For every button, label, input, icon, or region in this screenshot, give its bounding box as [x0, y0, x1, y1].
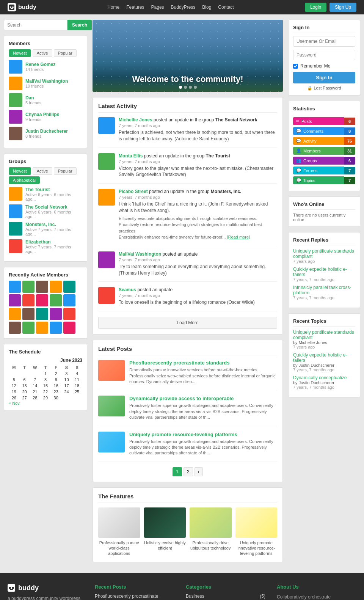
filter-newest[interactable]: Newest — [9, 49, 31, 57]
reply-title[interactable]: Uniquely pontificate standards compliant — [293, 248, 355, 259]
member-name[interactable]: Dan — [25, 95, 41, 101]
mini-avatar[interactable] — [9, 308, 21, 320]
group-filter-newest[interactable]: Newest — [9, 167, 31, 175]
calendar-prev[interactable]: « Nov — [9, 401, 82, 405]
group-info: The Social Network Active 6 years, 6 mon… — [25, 204, 82, 219]
group-filter-active[interactable]: Active — [33, 167, 52, 175]
activity-username[interactable]: Picabo Street — [119, 189, 148, 194]
hero-dot[interactable] — [189, 86, 192, 89]
search-button[interactable]: Search — [67, 20, 92, 30]
group-name[interactable]: The Tourist — [25, 187, 82, 192]
nav-features[interactable]: Features — [126, 5, 144, 10]
hero-dot[interactable] — [194, 86, 197, 89]
mini-avatar[interactable] — [22, 294, 35, 306]
footer-tagline: a buddypress community wordpress theme — [8, 595, 83, 600]
stat-row-members: 👤 Members 31 — [293, 147, 355, 155]
member-name[interactable]: MaliVai Washington — [25, 79, 68, 84]
mini-avatar[interactable] — [22, 281, 35, 293]
mini-avatar[interactable] — [9, 294, 21, 306]
hero-dot[interactable] — [184, 86, 187, 89]
nav-buddypress[interactable]: BuddyPress — [171, 5, 196, 10]
member-name[interactable]: Renee Gomez — [25, 62, 55, 67]
read-more-link[interactable]: [Read more] — [227, 235, 250, 239]
group-name[interactable]: The Social Network — [25, 204, 82, 210]
mini-avatar[interactable] — [50, 294, 62, 306]
mini-avatar[interactable] — [22, 308, 35, 320]
group-filter-alpha[interactable]: Alphabetical — [9, 176, 40, 184]
username-input[interactable] — [293, 36, 355, 47]
reply-title[interactable]: Quickly expedite holistic e-tailers — [293, 267, 355, 277]
page-2-button[interactable]: 2 — [184, 467, 193, 476]
member-name[interactable]: Chynaa Phillips — [25, 112, 59, 117]
login-button[interactable]: Login — [305, 3, 326, 12]
group-item: The Tourist Active 6 years, 6 months ago… — [9, 187, 82, 201]
group-name[interactable]: Elizabethan — [25, 239, 82, 245]
mini-avatar[interactable] — [63, 308, 75, 320]
topic-title[interactable]: Uniquely pontificate standards compliant — [293, 330, 355, 340]
topic-title[interactable]: Quickly expedite holistic e-tailers — [293, 352, 355, 363]
filter-popular[interactable]: Popular — [54, 49, 77, 57]
password-input[interactable] — [293, 50, 355, 60]
post-info: Phosfluorescently procrastinate standard… — [129, 360, 277, 385]
page-next-button[interactable]: › — [195, 467, 203, 476]
mini-avatar[interactable] — [50, 322, 62, 334]
mini-avatar[interactable] — [9, 281, 21, 293]
filter-active[interactable]: Active — [33, 49, 52, 57]
activity-time: 7 years, 7 months ago — [119, 123, 277, 128]
remember-checkbox[interactable] — [293, 64, 298, 69]
group-filter-popular[interactable]: Popular — [54, 167, 77, 175]
mini-avatar[interactable] — [36, 281, 48, 293]
feature-thumbnail — [144, 507, 186, 538]
mini-avatar[interactable] — [50, 308, 62, 320]
nav-blog[interactable]: Blog — [202, 5, 211, 10]
search-input[interactable] — [4, 20, 67, 30]
stat-count: 6 — [344, 118, 355, 125]
mini-avatar[interactable] — [9, 322, 21, 334]
topic-title[interactable]: Dynamically conceptualize — [293, 375, 355, 380]
activity-text: Try to learn something about everything … — [119, 264, 277, 276]
nav-contact[interactable]: Contact — [218, 5, 234, 10]
features-title: The Features — [98, 493, 277, 503]
signin-box: Sign In Remember Me Sign In 🔒 Lost Passw… — [288, 20, 360, 96]
activity-username[interactable]: Michellie Jones — [119, 117, 152, 123]
members-filters: Newest Active Popular — [9, 49, 82, 57]
latest-activity-section: Latest Activity Michellie Jones posted a… — [93, 97, 283, 335]
mini-avatar[interactable] — [36, 308, 48, 320]
mini-avatar[interactable] — [36, 322, 48, 334]
mini-avatar[interactable] — [50, 281, 62, 293]
members-title: Members — [9, 41, 82, 46]
mini-avatar[interactable] — [63, 322, 75, 334]
activity-group[interactable]: The Tourist — [206, 153, 230, 159]
member-name[interactable]: Justin Duchscherer — [25, 129, 68, 134]
mini-avatar[interactable] — [36, 294, 48, 306]
page-1-button[interactable]: 1 — [173, 467, 182, 476]
signup-button[interactable]: Sign Up — [329, 3, 356, 12]
recently-active-title: Recently Active Members — [9, 272, 82, 278]
avatar — [9, 127, 22, 140]
category-link[interactable]: Business — [186, 594, 204, 599]
post-title[interactable]: Uniquely promote resource-leveling platf… — [129, 432, 277, 437]
reply-title[interactable]: Intrinsicly parallel task cross-platform — [293, 285, 355, 295]
feature-item: Uniquely promote innovative resource-lev… — [235, 507, 278, 556]
footer-post-link[interactable]: Phosfluorescently procrastinate standard… — [95, 594, 174, 600]
whos-online-title: Who's Online — [293, 201, 355, 210]
groups-box: Groups Newest Active Popular Alphabetica… — [4, 154, 87, 262]
load-more-button[interactable]: Load More — [98, 317, 277, 329]
nav-home[interactable]: Home — [107, 5, 119, 10]
activity-group[interactable]: The Social Network — [215, 117, 257, 123]
group-active: Active 7 years, 7 months ago... — [25, 245, 82, 254]
mini-avatar[interactable] — [63, 294, 75, 306]
activity-group[interactable]: Monsters, Inc. — [211, 189, 242, 194]
post-title[interactable]: Dynamically provide access to interopera… — [129, 396, 277, 401]
hero-dot[interactable] — [179, 86, 182, 89]
nav-pages[interactable]: Pages — [151, 5, 164, 10]
mini-avatar[interactable] — [22, 322, 35, 334]
lost-password-link[interactable]: Lost Password — [314, 86, 341, 90]
group-name[interactable]: Monsters, Inc. — [25, 222, 82, 227]
activity-username[interactable]: Monta Ellis — [119, 153, 143, 159]
signin-button[interactable]: Sign In — [293, 72, 355, 83]
post-title[interactable]: Phosfluorescently procrastinate standard… — [129, 360, 277, 366]
activity-username[interactable]: MaliVai Washington — [119, 251, 161, 257]
activity-username[interactable]: Seamus — [119, 287, 136, 292]
mini-avatar[interactable] — [63, 281, 75, 293]
